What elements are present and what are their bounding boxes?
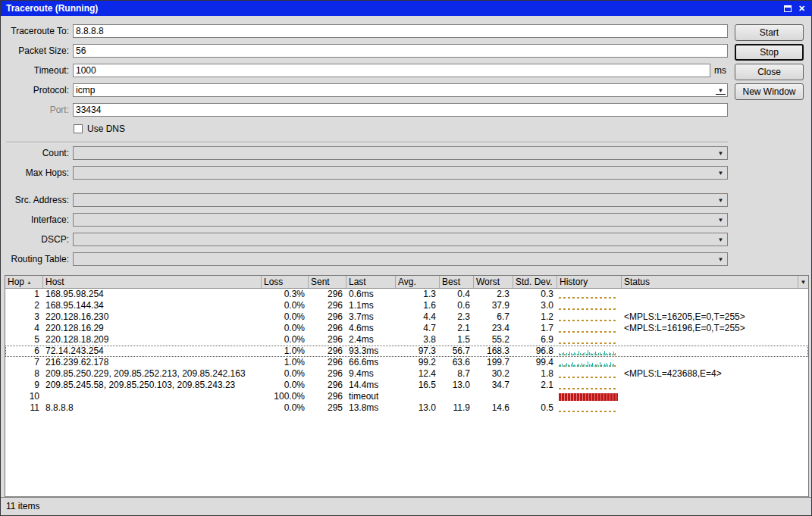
cell-hop: 5 [5, 334, 43, 346]
cell-status [622, 402, 808, 414]
cell-status [622, 289, 808, 300]
routing-table-dropdown-icon[interactable] [716, 255, 726, 264]
max-hops-dropdown-icon[interactable] [716, 168, 726, 178]
column-selector-button[interactable] [798, 276, 808, 288]
port-input[interactable] [73, 103, 728, 117]
cell-worst: 168.3 [474, 346, 513, 357]
table-row-hop-11[interactable]: 118.8.8.80.0%29513.8ms13.011.914.60.5 [5, 402, 808, 414]
cell-stddev: 0.5 [513, 402, 557, 414]
cell-host: 8.8.8.8 [43, 402, 262, 414]
column-header-hop[interactable]: Hop [5, 276, 43, 288]
cell-host [43, 391, 262, 402]
packet-size-input[interactable] [73, 44, 728, 58]
cell-stddev: 99.4 [513, 357, 557, 368]
traceroute-to-input[interactable] [73, 24, 728, 38]
use-dns-row: Use DNS [1, 122, 811, 136]
sort-ascending-icon [27, 276, 32, 288]
cell-status: <MPLS:L=16205,E=0,T=255> [622, 311, 808, 323]
table-row-hop-9[interactable]: 9209.85.245.58, 209.85.250.103, 209.85.2… [5, 380, 808, 391]
cell-best: 13.0 [440, 380, 474, 391]
column-header-stddev[interactable]: Std. Dev. [513, 276, 557, 288]
cell-worst: 199.7 [474, 357, 513, 368]
cell-worst: 34.7 [474, 380, 513, 391]
use-dns-checkbox[interactable] [74, 124, 83, 133]
dscp-dropdown-icon[interactable] [716, 235, 726, 245]
column-label: Worst [476, 276, 500, 288]
cell-loss: 0.3% [262, 289, 309, 300]
cell-stddev: 2.1 [513, 380, 557, 391]
table-row-hop-1[interactable]: 1168.95.98.2540.3%2960.6ms1.30.42.30.3 [5, 289, 808, 300]
src-address-select[interactable] [73, 193, 728, 207]
cell-status [622, 391, 808, 402]
traceroute-to-label: Traceroute To: [4, 24, 69, 38]
cell-history [557, 346, 622, 357]
cell-hop: 8 [5, 368, 43, 380]
cell-hop: 1 [5, 289, 43, 300]
protocol-dropdown-icon[interactable] [716, 86, 726, 95]
count-select[interactable] [73, 146, 728, 160]
src-address-dropdown-icon[interactable] [716, 195, 726, 205]
history-baseline [559, 320, 618, 321]
timeout-input[interactable] [73, 64, 710, 77]
cell-sent: 296 [309, 357, 346, 368]
protocol-select[interactable]: icmp [73, 83, 728, 97]
column-header-worst[interactable]: Worst [474, 276, 513, 288]
dscp-row: DSCP: [1, 233, 811, 246]
routing-table-select[interactable] [73, 252, 728, 266]
interface-dropdown-icon[interactable] [716, 215, 726, 225]
column-label: Avg. [398, 276, 416, 288]
cell-avg: 3.8 [396, 334, 440, 346]
cell-stddev: 1.7 [513, 323, 557, 334]
column-header-last[interactable]: Last [346, 276, 396, 288]
close-button[interactable]: Close [735, 64, 804, 80]
cell-worst [474, 391, 513, 402]
column-header-avg[interactable]: Avg. [396, 276, 440, 288]
history-timeout-block [559, 393, 618, 401]
table-row-hop-4[interactable]: 4220.128.16.290.0%2964.6ms4.72.123.41.7<… [5, 323, 808, 334]
stop-button[interactable]: Stop [735, 44, 804, 61]
dscp-select[interactable] [73, 233, 728, 246]
count-dropdown-icon[interactable] [716, 149, 726, 158]
cell-best [440, 391, 474, 402]
new-window-button[interactable]: New Window [735, 83, 804, 100]
max-hops-label: Max Hops: [4, 166, 69, 180]
table-row-hop-5[interactable]: 5220.128.18.2090.0%2962.4ms3.81.555.26.9 [5, 334, 808, 346]
table-row-hop-10[interactable]: 10100.0%296timeout [5, 391, 808, 402]
column-header-history[interactable]: History [557, 276, 622, 288]
column-header-status[interactable]: Status [622, 276, 808, 288]
cell-sent: 296 [309, 368, 346, 380]
cell-last: 0.6ms [346, 289, 396, 300]
column-header-best[interactable]: Best [440, 276, 474, 288]
cell-last: 13.8ms [346, 402, 396, 414]
cell-loss: 0.0% [262, 300, 309, 311]
cell-avg [396, 391, 440, 402]
cell-worst: 2.3 [474, 289, 513, 300]
column-header-sent[interactable]: Sent [309, 276, 346, 288]
interface-select[interactable] [73, 213, 728, 227]
cell-history [557, 368, 622, 380]
table-row-hop-6[interactable]: 672.14.243.2541.0%29693.3ms97.356.7168.3… [5, 346, 808, 357]
table-row-hop-2[interactable]: 2168.95.144.340.0%2961.1ms1.60.637.93.0 [5, 300, 808, 311]
dscp-label: DSCP: [4, 233, 69, 246]
column-label: Status [624, 276, 650, 288]
history-baseline [559, 342, 618, 344]
port-label: Port: [4, 103, 69, 117]
cell-stddev: 96.8 [513, 346, 557, 357]
cell-sent: 296 [309, 323, 346, 334]
cell-hop: 2 [5, 300, 43, 311]
titlebar-close-button[interactable] [796, 3, 807, 14]
table-row-hop-3[interactable]: 3220.128.16.2300.0%2963.7ms4.42.36.71.2<… [5, 311, 808, 323]
cell-host: 168.95.144.34 [43, 300, 262, 311]
cell-sent: 296 [309, 300, 346, 311]
column-header-host[interactable]: Host [43, 276, 262, 288]
cell-best: 63.6 [440, 357, 474, 368]
column-header-loss[interactable]: Loss [262, 276, 309, 288]
table-row-hop-8[interactable]: 8209.85.250.229, 209.85.252.213, 209.85.… [5, 368, 808, 380]
max-hops-select[interactable] [73, 166, 728, 180]
start-button[interactable]: Start [735, 24, 804, 41]
column-label: Best [442, 276, 460, 288]
column-label: History [560, 276, 588, 288]
table-row-hop-7[interactable]: 7216.239.62.1781.0%29666.6ms99.263.6199.… [5, 357, 808, 368]
restore-button[interactable] [782, 3, 793, 14]
cell-worst: 6.7 [474, 311, 513, 323]
